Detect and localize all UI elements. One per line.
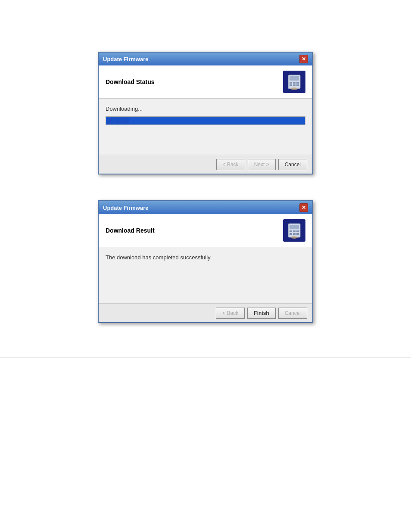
svg-rect-6 <box>293 84 296 86</box>
svg-rect-16 <box>296 233 299 235</box>
svg-point-8 <box>291 87 298 90</box>
cancel-button-2[interactable]: Cancel <box>278 308 307 319</box>
progress-bar-fill <box>106 117 305 124</box>
dialog-1-header: Download Status <box>99 65 312 99</box>
back-button-2[interactable]: < Back <box>216 308 245 319</box>
progress-block-3 <box>122 118 129 124</box>
close-button-2[interactable]: ✕ <box>299 203 308 212</box>
next-button-1[interactable]: Next > <box>248 159 276 170</box>
titlebar-2: Update Firmware ✕ <box>99 201 312 214</box>
dialog-2-header: Download Result <box>99 214 312 247</box>
close-icon-1: ✕ <box>302 56 306 62</box>
svg-rect-1 <box>290 76 299 81</box>
titlebar-1: Update Firmware ✕ <box>99 53 312 65</box>
downloading-status: Downloading... <box>106 106 305 112</box>
progress-bar <box>106 116 305 125</box>
close-button-1[interactable]: ✕ <box>299 55 308 63</box>
svg-rect-15 <box>293 233 296 235</box>
device-icon-1 <box>283 71 305 93</box>
svg-rect-3 <box>293 82 296 84</box>
page-separator <box>0 358 411 358</box>
svg-rect-10 <box>290 225 299 229</box>
dialog-2-body: The download has completed successfully <box>99 247 312 303</box>
svg-point-17 <box>291 236 298 239</box>
svg-rect-4 <box>296 82 299 84</box>
progress-block-2 <box>115 118 121 124</box>
cancel-button-1[interactable]: Cancel <box>278 159 307 170</box>
dialog-2-header-title: Download Result <box>106 227 155 234</box>
dialog-1-title: Update Firmware <box>103 56 148 62</box>
svg-rect-12 <box>293 230 296 232</box>
svg-rect-14 <box>290 233 292 235</box>
dialog-2-title: Update Firmware <box>103 205 148 211</box>
back-button-1[interactable]: < Back <box>216 159 245 170</box>
update-firmware-dialog-1: Update Firmware ✕ Download Status Downlo… <box>98 52 313 174</box>
svg-rect-11 <box>290 230 292 232</box>
device-svg-2 <box>286 222 303 239</box>
close-icon-2: ✕ <box>302 205 306 211</box>
svg-rect-2 <box>290 82 292 84</box>
update-firmware-dialog-2: Update Firmware ✕ Download Result The do… <box>98 200 313 323</box>
device-svg-1 <box>286 73 303 90</box>
finish-button[interactable]: Finish <box>247 308 275 319</box>
progress-block-1 <box>107 118 114 124</box>
dialog-2-footer: < Back Finish Cancel <box>99 303 312 322</box>
svg-rect-7 <box>296 84 299 86</box>
svg-rect-5 <box>290 84 292 86</box>
success-message: The download has completed successfully <box>106 254 305 261</box>
device-icon-2 <box>283 219 305 242</box>
dialog-1-header-title: Download Status <box>106 78 155 85</box>
dialog-1-body: Downloading... <box>99 99 312 155</box>
svg-rect-13 <box>296 230 299 232</box>
dialog-1-footer: < Back Next > Cancel <box>99 155 312 174</box>
